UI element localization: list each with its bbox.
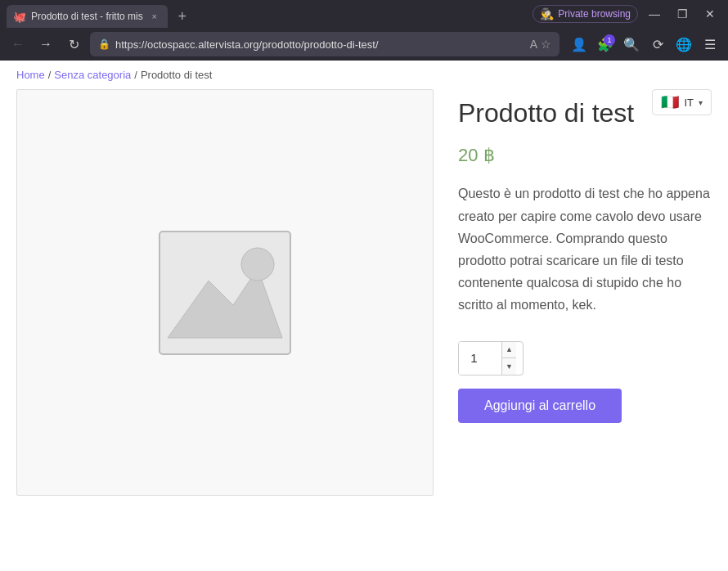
extensions-icon[interactable]: 🧩 1 — [594, 33, 617, 56]
page-content: Home / Senza categoria / Prodotto di tes… — [0, 61, 728, 571]
back-button[interactable]: ← — [7, 33, 29, 56]
flag-icon: 🇮🇹 — [661, 93, 679, 111]
breadcrumb: Home / Senza categoria / Prodotto di tes… — [0, 61, 728, 89]
zoom-icon[interactable]: 🔍 — [620, 33, 643, 56]
bookmark-icon[interactable]: ☆ — [541, 38, 551, 51]
active-tab[interactable]: 🐙 Prodotto di test - fritto mis × — [7, 5, 168, 28]
translate-icon[interactable]: A — [530, 38, 537, 51]
breadcrumb-separator-2: / — [134, 69, 137, 81]
forward-button[interactable]: → — [34, 33, 57, 56]
quantity-decrease-button[interactable]: ▼ — [502, 358, 516, 375]
quantity-arrows: ▲ ▼ — [501, 342, 516, 375]
refresh-button[interactable]: ↻ — [62, 33, 85, 56]
add-to-cart-button[interactable]: Aggiungi al carrello — [458, 389, 622, 423]
breadcrumb-separator-1: / — [48, 69, 52, 81]
svg-point-2 — [241, 248, 274, 281]
breadcrumb-home-link[interactable]: Home — [16, 69, 45, 81]
toolbar-icons: 👤 🧩 1 🔍 ⟳ 🌐 ☰ — [568, 33, 721, 56]
product-description: Questo è un prodotto di test che ho appe… — [458, 182, 712, 316]
private-browsing-label: Private browsing — [558, 8, 631, 20]
language-chevron-icon: ▾ — [699, 98, 703, 107]
address-bar[interactable]: 🔒 https://octospacc.altervista.org/prodo… — [90, 32, 559, 56]
language-code: IT — [684, 97, 694, 109]
tab-close-button[interactable]: × — [148, 10, 161, 23]
tab-bar: 🐙 Prodotto di test - fritto mis × + — [7, 0, 533, 28]
private-browsing-badge: 🕵 Private browsing — [533, 5, 638, 23]
product-details: 🇮🇹 IT ▾ Prodotto di test 20 ฿ Questo è u… — [458, 89, 712, 565]
title-bar-right: 🕵 Private browsing — ❐ ✕ — [533, 2, 721, 25]
close-button[interactable]: ✕ — [699, 2, 721, 25]
tab-title: Prodotto di test - fritto mis — [31, 11, 143, 22]
maximize-button[interactable]: ❐ — [671, 2, 694, 25]
breadcrumb-category-link[interactable]: Senza categoria — [54, 69, 131, 81]
address-icons: A ☆ — [530, 38, 551, 51]
breadcrumb-current: Prodotto di test — [141, 69, 212, 81]
account-icon[interactable]: 👤 — [568, 33, 591, 56]
notification-badge: 1 — [604, 34, 615, 46]
address-text: https://octospacc.altervista.org/prodott… — [115, 38, 525, 51]
menu-button[interactable]: ☰ — [699, 33, 721, 56]
quantity-row: ▲ ▼ — [458, 341, 712, 375]
product-image-box — [16, 89, 434, 496]
private-browsing-icon: 🕵 — [540, 7, 554, 20]
language-selector[interactable]: 🇮🇹 IT ▾ — [652, 89, 712, 115]
quantity-input[interactable] — [459, 342, 501, 375]
quantity-increase-button[interactable]: ▲ — [502, 342, 516, 359]
product-layout: 🇮🇹 IT ▾ Prodotto di test 20 ฿ Questo è u… — [0, 89, 728, 565]
sync-icon[interactable]: ⟳ — [646, 33, 669, 56]
product-price: 20 ฿ — [458, 145, 712, 166]
tab-favicon: 🐙 — [13, 11, 26, 23]
product-placeholder-image — [143, 211, 307, 375]
product-image-section — [16, 89, 434, 565]
minimize-button[interactable]: — — [643, 2, 666, 25]
title-bar: 🐙 Prodotto di test - fritto mis × + 🕵 Pr… — [0, 0, 728, 28]
browser-chrome: 🐙 Prodotto di test - fritto mis × + 🕵 Pr… — [0, 0, 728, 61]
quantity-input-wrapper: ▲ ▼ — [458, 341, 524, 375]
new-tab-button[interactable]: + — [171, 5, 194, 28]
security-lock-icon: 🔒 — [98, 38, 110, 50]
nav-bar: ← → ↻ 🔒 https://octospacc.altervista.org… — [0, 28, 728, 61]
container-icon[interactable]: 🌐 — [672, 33, 695, 56]
